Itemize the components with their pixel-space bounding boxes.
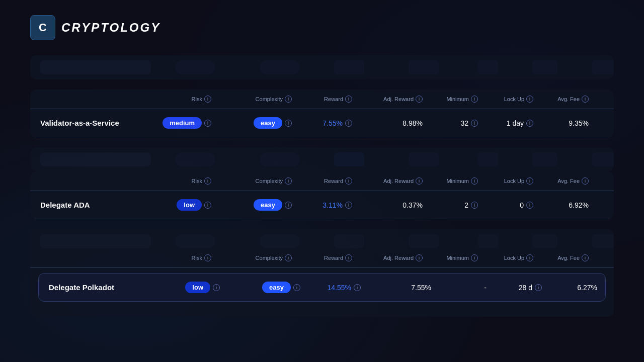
lockup-row-info-2[interactable]: i — [526, 202, 533, 209]
complexity-badge-2: easy — [254, 199, 282, 211]
brand-name: CRYPTOLOGY — [61, 21, 160, 35]
partial-card-middle — [30, 147, 614, 171]
card-validator-as-a-service: Risk i Complexity i Reward i Adj. Reward… — [30, 89, 614, 137]
row-reward-3: 14.55% i — [300, 284, 361, 292]
row-avgfee-3: 6.27% — [542, 284, 597, 292]
row-lockup-2: 0 i — [478, 201, 533, 209]
reward-info-icon-3[interactable]: i — [345, 254, 352, 261]
row-risk-2: low i — [151, 199, 211, 211]
risk-info-icon-2[interactable]: i — [204, 177, 211, 185]
lockup-info-icon-2[interactable]: i — [526, 177, 533, 185]
col-empty-1 — [40, 96, 151, 103]
reward-info-icon-2[interactable]: i — [345, 177, 352, 185]
reward-row-info-2[interactable]: i — [345, 202, 352, 209]
risk-badge-3: low — [185, 282, 210, 293]
partial-card-polkadot-top: Risk i Complexity i Reward i Adj. Reward… — [30, 229, 614, 317]
risk-info-icon-3[interactable]: i — [204, 254, 211, 261]
minimum-info-icon-3[interactable]: i — [471, 254, 478, 261]
col-minimum-1: Minimum i — [423, 96, 478, 103]
col-adj-reward-3: Adj. Reward i — [352, 254, 423, 261]
reward-row-info-3[interactable]: i — [354, 284, 361, 291]
row-delegate-ada[interactable]: Delegate ADA low i easy i 3.11% i 0.37% … — [30, 191, 614, 219]
complexity-badge-1: easy — [254, 117, 282, 129]
col-adj-reward-1: Adj. Reward i — [352, 96, 423, 103]
risk-badge-1: medium — [163, 117, 202, 129]
card-delegate-polkadot[interactable]: Delegate Polkadot low i easy i 14.55% i … — [38, 273, 606, 302]
page-wrapper: C CRYPTOLOGY Risk i Complexity — [0, 0, 644, 332]
col-complexity-2: Complexity i — [211, 177, 292, 185]
row-minimum-3: - — [431, 284, 487, 292]
row-lockup-3: 28 d i — [487, 284, 542, 292]
col-complexity-1: Complexity i — [211, 96, 292, 103]
row-stakeshare-3: 99.63% — [597, 284, 606, 292]
reward-value-3: 14.55% — [328, 284, 351, 292]
col-risk-1: Risk i — [151, 96, 211, 103]
row-risk-3: low i — [159, 282, 220, 293]
row-validator-as-a-service[interactable]: Validator-as-a-Service medium i easy i 7… — [30, 109, 614, 137]
avgfee-info-icon-2[interactable]: i — [582, 177, 589, 185]
col-lockup-2: Lock Up i — [478, 177, 533, 185]
row-stakeshare-1: 17.71% — [589, 119, 614, 127]
row-stakeshare-2: 90.69% — [589, 201, 614, 209]
lockup-row-info-3[interactable]: i — [535, 284, 542, 291]
col-stakeshare-1: Stake Share i — [589, 96, 614, 103]
row-adj-reward-1: 8.98% — [352, 119, 423, 127]
col-adj-reward-2: Adj. Reward i — [352, 177, 423, 185]
table-header-3: Risk i Complexity i Reward i Adj. Reward… — [30, 248, 614, 268]
adj-reward-info-icon-3[interactable]: i — [416, 254, 423, 261]
row-avgfee-2: 6.92% — [533, 201, 589, 209]
complexity-info-icon-3[interactable]: i — [285, 254, 292, 261]
risk-row-info-2[interactable]: i — [204, 202, 211, 209]
row-complexity-1: easy i — [211, 117, 292, 129]
lockup-info-icon-3[interactable]: i — [526, 254, 533, 261]
col-risk-2: Risk i — [151, 177, 211, 185]
col-reward-3: Reward i — [292, 254, 352, 261]
complexity-info-icon-2[interactable]: i — [285, 177, 292, 185]
logo-box: C — [30, 15, 55, 40]
lockup-info-icon-1[interactable]: i — [526, 96, 533, 103]
header: C CRYPTOLOGY — [30, 15, 614, 40]
col-minimum-2: Minimum i — [423, 177, 478, 185]
adj-reward-info-icon-2[interactable]: i — [416, 177, 423, 185]
complexity-info-icon-1[interactable]: i — [285, 96, 292, 103]
row-adj-reward-2: 0.37% — [352, 201, 423, 209]
minimum-info-icon-2[interactable]: i — [471, 177, 478, 185]
row-name-1: Validator-as-a-Service — [40, 119, 151, 127]
row-risk-1: medium i — [151, 117, 211, 129]
col-lockup-3: Lock Up i — [478, 254, 533, 261]
avgfee-info-icon-1[interactable]: i — [582, 96, 589, 103]
row-complexity-3: easy i — [220, 282, 300, 293]
minimum-row-info-1[interactable]: i — [471, 120, 478, 127]
col-reward-1: Reward i — [292, 96, 352, 103]
col-empty-3 — [40, 254, 151, 261]
reward-value-2: 3.11% — [323, 201, 343, 209]
complexity-row-info-3[interactable]: i — [293, 284, 300, 291]
table-header-1: Risk i Complexity i Reward i Adj. Reward… — [30, 89, 614, 109]
row-avgfee-1: 9.35% — [533, 119, 589, 127]
reward-info-icon-1[interactable]: i — [345, 96, 352, 103]
risk-row-info-1[interactable]: i — [204, 120, 211, 127]
reward-row-info-1[interactable]: i — [345, 120, 352, 127]
complexity-row-info-1[interactable]: i — [285, 120, 292, 127]
minimum-row-info-2[interactable]: i — [471, 202, 478, 209]
adj-reward-info-icon-1[interactable]: i — [416, 96, 423, 103]
row-minimum-2: 2 i — [423, 201, 478, 209]
row-adj-reward-3: 7.55% — [361, 284, 431, 292]
col-minimum-3: Minimum i — [423, 254, 478, 261]
row-lockup-1: 1 day i — [478, 119, 533, 127]
col-stakeshare-2: Stake Share i — [589, 177, 614, 185]
card-delegate-ada: Risk i Complexity i Reward i Adj. Reward… — [30, 171, 614, 219]
col-lockup-1: Lock Up i — [478, 96, 533, 103]
risk-info-icon-1[interactable]: i — [204, 96, 211, 103]
col-stakeshare-3: Stake Share i — [589, 254, 614, 261]
col-empty-2 — [40, 177, 151, 185]
minimum-info-icon-1[interactable]: i — [471, 96, 478, 103]
avgfee-info-icon-3[interactable]: i — [582, 254, 589, 261]
col-avgfee-1: Avg. Fee i — [533, 96, 589, 103]
col-avgfee-3: Avg. Fee i — [533, 254, 589, 261]
row-delegate-polkadot[interactable]: Delegate Polkadot low i easy i 14.55% i … — [39, 274, 605, 301]
risk-row-info-3[interactable]: i — [213, 284, 220, 291]
complexity-row-info-2[interactable]: i — [285, 202, 292, 209]
lockup-row-info-1[interactable]: i — [526, 120, 533, 127]
row-reward-2: 3.11% i — [292, 201, 352, 209]
